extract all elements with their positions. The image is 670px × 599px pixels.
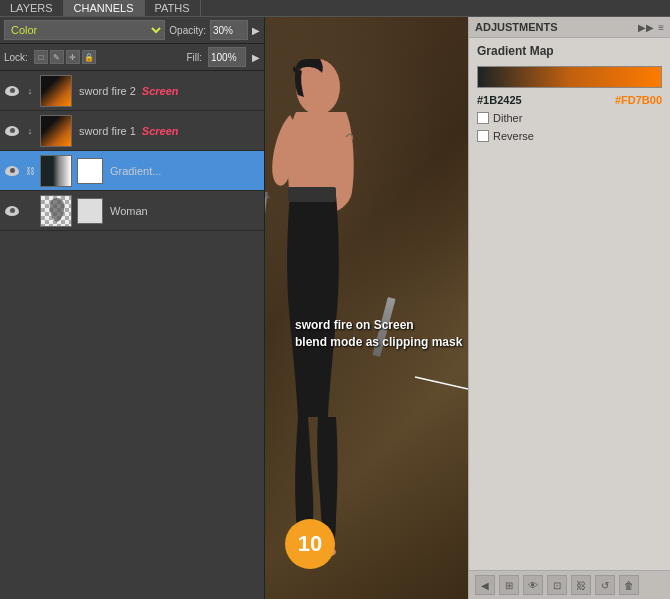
- adj-tool-refresh[interactable]: ↺: [595, 575, 615, 595]
- layer-thumb-sword-fire-1: [40, 115, 72, 147]
- adj-tool-link[interactable]: ⛓: [571, 575, 591, 595]
- tab-paths[interactable]: PATHS: [145, 0, 201, 16]
- lock-label: Lock:: [4, 52, 28, 63]
- layer-row-sword-fire-2[interactable]: ↓ sword fire 2 Screen: [0, 71, 264, 111]
- adj-tool-crop[interactable]: ⊞: [499, 575, 519, 595]
- fill-input[interactable]: [208, 47, 246, 67]
- layer-visibility-gradient[interactable]: [4, 163, 20, 179]
- eye-icon-2: [5, 126, 19, 136]
- layer-thumb-gradient: [40, 155, 72, 187]
- tab-channels[interactable]: CHANNELS: [64, 0, 145, 16]
- adj-expand-icon[interactable]: ▶▶: [638, 22, 654, 33]
- lock-icon-pen[interactable]: ✎: [50, 50, 64, 64]
- svg-rect-1: [288, 187, 336, 202]
- lock-icon-square[interactable]: □: [34, 50, 48, 64]
- blend-mode-select[interactable]: Color Normal Screen Multiply: [4, 20, 165, 40]
- annotation-text: sword fire on Screenblend mode as clippi…: [295, 317, 462, 351]
- lock-icons-group: □ ✎ ✛ 🔒: [34, 50, 96, 64]
- adj-tool-layer[interactable]: ⊡: [547, 575, 567, 595]
- layer-info-woman: Woman: [106, 205, 260, 217]
- reverse-row: Reverse: [469, 128, 670, 144]
- layer-visibility-sword-fire-1[interactable]: [4, 123, 20, 139]
- eye-icon: [5, 86, 19, 96]
- reverse-checkbox[interactable]: [477, 130, 489, 142]
- layer-name-gradient: Gradient...: [110, 165, 260, 177]
- reverse-label: Reverse: [493, 130, 534, 142]
- layer-row-gradient[interactable]: ⛓ Gradient...: [0, 151, 264, 191]
- layer-info-gradient: Gradient...: [106, 165, 260, 177]
- layer-name-sword-fire-2: sword fire 2: [79, 85, 136, 97]
- opacity-input[interactable]: [210, 20, 248, 40]
- eye-icon-3: [5, 166, 19, 176]
- adjustments-title: ADJUSTMENTS: [475, 21, 558, 33]
- layer-thumb-woman: [40, 195, 72, 227]
- top-tabs: LAYERS CHANNELS PATHS: [0, 0, 670, 17]
- layer-thumb-sword-fire-2: [40, 75, 72, 107]
- dither-checkbox[interactable]: [477, 112, 489, 124]
- gradient-preview[interactable]: [477, 66, 662, 88]
- adj-menu-icon[interactable]: ≡: [658, 22, 664, 33]
- photo-area: sword fire on Screenblend mode as clippi…: [265, 17, 468, 599]
- lock-icon-lock[interactable]: 🔒: [82, 50, 96, 64]
- opacity-label: Opacity:: [169, 25, 206, 36]
- eye-icon-4: [5, 206, 19, 216]
- lock-icon-move[interactable]: ✛: [66, 50, 80, 64]
- layer-name-sword-fire-1: sword fire 1: [79, 125, 136, 137]
- adjustments-icons: ▶▶ ≡: [638, 22, 664, 33]
- dither-label: Dither: [493, 112, 522, 124]
- layer-chain-sword-fire-2: ↓: [23, 84, 37, 98]
- color-stops-row: #1B2425 #FD7B00: [469, 92, 670, 108]
- layers-panel: Color Normal Screen Multiply Opacity: ▶ …: [0, 17, 265, 599]
- adjustments-toolbar: ◀ ⊞ 👁 ⊡ ⛓ ↺ 🗑: [469, 570, 670, 599]
- layer-chain-gradient: ⛓: [23, 164, 37, 178]
- adjustments-header: ADJUSTMENTS ▶▶ ≡: [469, 17, 670, 38]
- color-stop-orange: #FD7B00: [615, 94, 662, 106]
- adj-tool-arrow-left[interactable]: ◀: [475, 575, 495, 595]
- layer-info-sword-fire-2: sword fire 2 Screen: [75, 85, 260, 97]
- layer-name-blend-row-2: sword fire 1 Screen: [79, 125, 260, 137]
- tab-layers[interactable]: LAYERS: [0, 0, 64, 16]
- fill-arrow[interactable]: ▶: [252, 52, 260, 63]
- layer-blend-sword-fire-2: Screen: [142, 85, 179, 97]
- opacity-arrow[interactable]: ▶: [252, 25, 260, 36]
- step-number: 10: [298, 531, 322, 557]
- layer-row-sword-fire-1[interactable]: ↓ sword fire 1 Screen: [0, 111, 264, 151]
- layer-mask-woman: [77, 198, 103, 224]
- layer-visibility-woman[interactable]: [4, 203, 20, 219]
- layer-row-woman[interactable]: Woman: [0, 191, 264, 231]
- lock-row: Lock: □ ✎ ✛ 🔒 Fill: ▶: [0, 44, 264, 71]
- adjustments-sub-title: Gradient Map: [469, 38, 670, 62]
- step-badge: 10: [285, 519, 335, 569]
- adj-tool-delete[interactable]: 🗑: [619, 575, 639, 595]
- layers-list: ↓ sword fire 2 Screen ↓: [0, 71, 264, 599]
- layer-name-woman: Woman: [110, 205, 260, 217]
- fill-label: Fill:: [186, 52, 202, 63]
- main-area: Color Normal Screen Multiply Opacity: ▶ …: [0, 17, 670, 599]
- layer-visibility-sword-fire-2[interactable]: [4, 83, 20, 99]
- dither-row: Dither: [469, 108, 670, 128]
- layer-name-blend-row: sword fire 2 Screen: [79, 85, 260, 97]
- svg-line-2: [265, 192, 266, 527]
- color-stop-dark: #1B2425: [477, 94, 522, 106]
- layer-chain-sword-fire-1: ↓: [23, 124, 37, 138]
- blend-row: Color Normal Screen Multiply Opacity: ▶: [0, 17, 264, 44]
- layer-info-sword-fire-1: sword fire 1 Screen: [75, 125, 260, 137]
- layer-mask-gradient: [77, 158, 103, 184]
- layer-blend-sword-fire-1: Screen: [142, 125, 179, 137]
- adjustments-panel: ADJUSTMENTS ▶▶ ≡ Gradient Map #1B2425 #F…: [468, 17, 670, 599]
- app-container: LAYERS CHANNELS PATHS Color Normal Scree…: [0, 0, 670, 599]
- adj-tool-eye[interactable]: 👁: [523, 575, 543, 595]
